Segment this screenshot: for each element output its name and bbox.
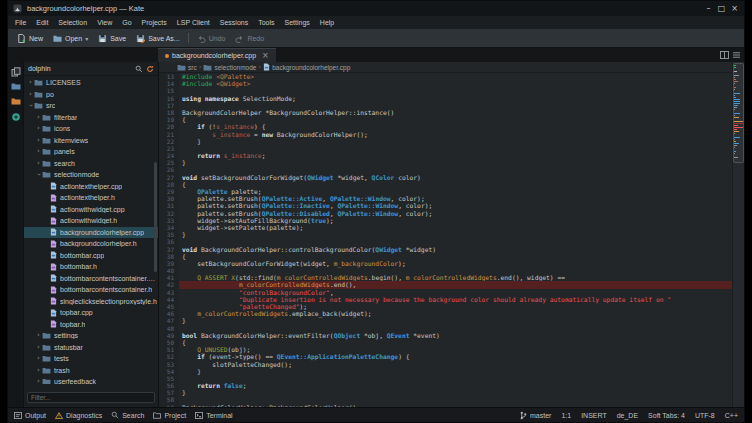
code-line: 43 "controlBackgroundColor", [159,289,732,296]
expand-icon[interactable]: › [35,355,42,362]
tree-item[interactable]: ›trash [24,365,158,377]
menu-edit[interactable]: Edit [31,16,53,29]
code-line: 45 "paletteChanged"); [159,303,732,310]
menu-help[interactable]: Help [315,16,339,29]
code-text: palette.setBrush(QPalette::Disabled, QPa… [179,210,732,217]
status-cursor-position[interactable]: 1:1 [561,412,571,419]
tree-item[interactable]: ›panels [24,146,158,158]
menu-lsp-client[interactable]: LSP Client [172,16,215,29]
expand-icon[interactable]: › [35,344,42,351]
toolbar-open-button[interactable]: Open▾ [48,29,93,47]
tree-item[interactable]: actiontexthelper.cpp [24,181,158,193]
sidebar-tool-projects[interactable] [8,94,23,109]
menu-view[interactable]: View [92,16,117,29]
expand-icon[interactable]: › [35,367,42,374]
tree-item[interactable]: actiontexthelper.h [24,192,158,204]
menu-file[interactable]: File [10,16,31,29]
sidebar-tool-symbols[interactable] [8,109,23,124]
menu-go[interactable]: Go [117,16,136,29]
tree-item[interactable]: bottombar.cpp [24,250,158,262]
expand-icon[interactable]: › [35,114,42,121]
code-text [179,325,732,332]
minimap-view-region[interactable] [733,63,744,163]
code-text: "paletteChanged"); [179,303,732,310]
status-syntax-mode[interactable]: C++ [725,412,738,419]
expand-icon[interactable]: › [27,79,34,86]
tree-item[interactable]: singleclickselectionproxystyle.h [24,296,158,308]
expand-icon[interactable]: › [35,148,42,155]
tree-item[interactable]: ›selectionmode [24,169,158,181]
refresh-icon[interactable] [146,65,154,73]
breadcrumb-item[interactable]: backgroundcolorhelper.cpp [263,63,350,71]
tree-item[interactable]: backgroundcolorhelper.cpp [24,227,158,239]
tree-item[interactable]: ›search [24,158,158,170]
sidebar-tool-filesystem[interactable] [8,79,23,94]
tree-item[interactable]: ›LICENSES [24,77,158,89]
tree-item[interactable]: ›tests [24,353,158,365]
toolbar-saveas-button[interactable]: Save As... [131,29,185,47]
menu-settings[interactable]: Settings [280,16,315,29]
menu-tools[interactable]: Tools [253,16,279,29]
tree-item[interactable]: ›po [24,89,158,101]
panel-button-diagnostics[interactable]: Diagnostics [55,412,102,419]
menu-sessions[interactable]: Sessions [215,16,253,29]
status-tab-settings[interactable]: Soft Tabs: 4 [648,412,685,419]
document-list-icon[interactable] [732,51,741,59]
panel-button-search[interactable]: Search [111,411,144,419]
tree-scrollbar[interactable] [154,162,157,272]
expand-icon[interactable]: › [35,160,42,167]
minimize-icon[interactable]: – [702,1,715,16]
expand-icon[interactable]: › [35,332,42,339]
tree-item-label: backgroundcolorhelper.h [60,240,137,247]
status-encoding[interactable]: UTF-8 [695,412,715,419]
sidebar-tool-documents[interactable] [8,64,23,79]
tree-item[interactable]: ›statusbar [24,342,158,354]
collapse-icon[interactable]: › [35,171,42,178]
tree-item[interactable]: ›src [24,100,158,112]
filter-input[interactable] [27,392,155,403]
tree-item[interactable]: actionwithwidget.h [24,215,158,227]
breadcrumb-item[interactable]: src [177,64,197,71]
tree-item[interactable]: ›kitemviews [24,135,158,147]
split-view-icon[interactable] [720,51,729,59]
tree-item[interactable]: ›filterbar [24,112,158,124]
tree-item[interactable]: backgroundcolorhelper.h [24,238,158,250]
expand-icon[interactable]: › [27,91,34,98]
tree-item[interactable]: bottombarcontentscontainer.cpp [24,273,158,285]
minimap-scrollbar[interactable] [732,62,744,407]
tree-item[interactable]: ›icons [24,123,158,135]
code-line: 37void BackgroundColorHelper::controlBac… [159,246,732,253]
toolbar-save-button[interactable]: Save [93,29,131,47]
left-tool-sidebar [8,62,24,407]
expand-icon[interactable]: › [35,137,42,144]
panel-button-terminal[interactable]: Terminal [195,412,232,419]
status-dictionary[interactable]: de_DE [617,412,638,419]
redo-icon [235,34,244,43]
tree-item[interactable]: actionwithwidget.cpp [24,204,158,216]
collapse-icon[interactable]: › [27,102,34,109]
toolbar-undo-button[interactable]: Undo [192,29,231,47]
titlebar[interactable]: backgroundcolorhelper.cpp — Kate – □ × [8,1,744,16]
menu-projects[interactable]: Projects [137,16,172,29]
tree-item[interactable]: bottombar.h [24,261,158,273]
menu-selection[interactable]: Selection [53,16,92,29]
search-icon[interactable] [135,65,143,73]
status-input-mode[interactable]: INSERT [581,412,607,419]
status-git-branch[interactable]: master [520,411,551,420]
panel-button-output[interactable]: Output [14,412,46,419]
maximize-icon[interactable]: □ [715,1,728,16]
panel-button-project[interactable]: Project [153,412,186,419]
close-icon[interactable]: × [728,1,741,16]
breadcrumb-item[interactable]: selectionmode [203,64,256,71]
tree-item[interactable]: ›userfeedback [24,376,158,384]
tree-item[interactable]: topbar.cpp [24,307,158,319]
text-editor[interactable]: 13#include <QPalette>14#include <QWidget… [159,73,732,407]
expand-icon[interactable]: › [35,125,42,132]
tree-item[interactable]: topbar.h [24,319,158,331]
tree-item[interactable]: bottombarcontentscontainer.h [24,284,158,296]
tree-item[interactable]: ›settings [24,330,158,342]
toolbar-redo-button[interactable]: Redo [230,29,269,47]
tab-close-icon[interactable]: × [262,51,269,60]
tab-backgroundcolorhelper[interactable]: backgroundcolorhelper.cpp × [158,48,276,62]
toolbar-new-button[interactable]: New [12,29,48,47]
